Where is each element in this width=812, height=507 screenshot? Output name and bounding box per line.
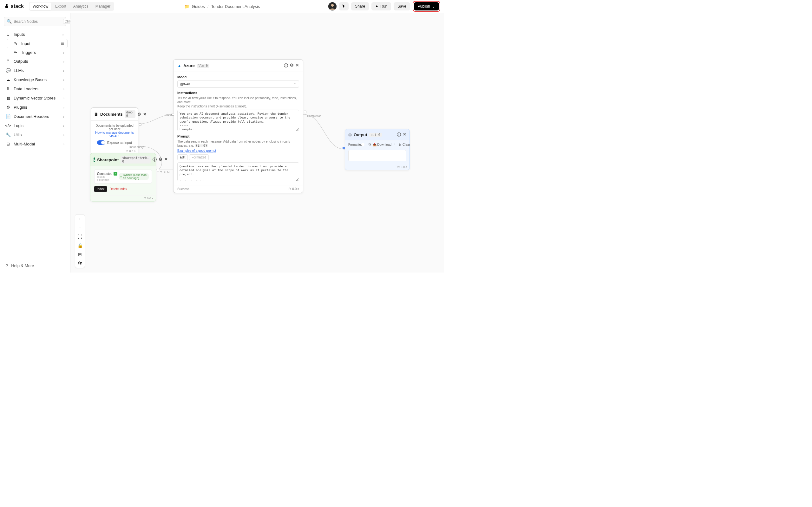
map-button[interactable]: 🗺: [75, 259, 85, 268]
node-title: Azure: [183, 63, 195, 68]
gear-icon[interactable]: ⚙: [290, 63, 294, 68]
close-icon[interactable]: ✕: [403, 132, 406, 137]
prompt-label: Prompt: [177, 134, 299, 138]
prompt-help: The data sent in each message. Add data …: [177, 139, 299, 148]
run-button[interactable]: Run: [371, 2, 391, 10]
port-dot[interactable]: [157, 169, 159, 171]
sidebar-logic[interactable]: </>Logic›: [3, 121, 67, 130]
port-dot[interactable]: [139, 123, 142, 126]
search-input[interactable]: [14, 19, 61, 24]
sidebar-inputs[interactable]: ⤓Inputs⌄: [3, 30, 67, 39]
sidebar-dvs[interactable]: ▦Dynamic Vector Stores›: [3, 94, 67, 103]
cursor-tool-button[interactable]: [339, 2, 349, 10]
copy-icon[interactable]: ⧉: [368, 143, 371, 147]
document-icon: 📄: [6, 114, 10, 119]
breadcrumb-page[interactable]: Tender Document Analysis: [211, 4, 260, 9]
search-box[interactable]: 🔍 CtrlK: [4, 17, 66, 26]
sidebar-utils[interactable]: 🔧Utils›: [3, 130, 67, 139]
node-desc: Documents to be uploaded per user: [95, 124, 134, 131]
sidebar-outputs[interactable]: ⤒Outputs›: [3, 57, 67, 66]
output-node[interactable]: ⊕ Output out-0 ⓘ ✕ Formatted ⧉ 📥 Downloa…: [345, 129, 410, 170]
zoom-out-button[interactable]: −: [75, 223, 85, 232]
sidebar-docreaders[interactable]: 📄Document Readers›: [3, 112, 67, 121]
code-icon: </>: [6, 123, 10, 128]
port-label: Input: [165, 113, 172, 116]
help-link[interactable]: ? Help & More: [0, 259, 70, 273]
user-avatar[interactable]: [328, 2, 337, 10]
expose-toggle[interactable]: [97, 140, 105, 145]
fit-button[interactable]: ⛶: [75, 232, 85, 241]
share-button[interactable]: Share: [351, 2, 369, 10]
clear-button[interactable]: 🗑 Clear: [398, 143, 410, 147]
breadcrumb-folder[interactable]: Guides: [192, 4, 205, 9]
check-icon: ✓: [113, 172, 117, 176]
port-dot[interactable]: [343, 147, 345, 149]
download-button[interactable]: 📥 Download: [373, 143, 392, 147]
index-button[interactable]: Index: [94, 186, 107, 192]
node-time: ⏱ 0.0 s: [288, 187, 299, 191]
model-select[interactable]: gpt-4o: [177, 80, 299, 88]
save-button[interactable]: Save: [394, 2, 410, 10]
sync-badge: Synced (Less than an hour ago): [119, 173, 149, 180]
instructions-textarea[interactable]: You are an AI document analysis assistan…: [177, 110, 299, 131]
doc-api-link[interactable]: How to manage documents via API: [95, 131, 134, 138]
node-time: ⏱ 0.0 s: [125, 150, 136, 153]
app-name: stack: [11, 3, 24, 9]
tab-workflow[interactable]: Workflow: [30, 3, 51, 10]
chevron-down-icon: ⌄: [61, 32, 64, 37]
port-label: To LLM: [160, 171, 170, 174]
sidebar-kb[interactable]: ☁Knowledge Bases›: [3, 75, 67, 84]
publish-button[interactable]: Publish ⌄: [414, 2, 439, 10]
prompt-tab-formatted[interactable]: Formatted: [189, 154, 209, 160]
info-icon[interactable]: ⓘ: [284, 63, 288, 68]
cloud-icon: ☁: [6, 77, 10, 82]
play-icon: [375, 5, 378, 8]
sidebar-dataloaders[interactable]: 🗎Data Loaders›: [3, 84, 67, 94]
breadcrumb-sep: /: [207, 4, 209, 9]
port-dot[interactable]: [304, 111, 306, 113]
app-logo[interactable]: stack: [4, 3, 24, 9]
delete-index-button[interactable]: Delete index: [109, 187, 127, 191]
sidebar-input[interactable]: ✎Input☰: [7, 39, 67, 48]
node-time: ⏱ 0.0 s: [143, 197, 153, 200]
tab-manager[interactable]: Manager: [92, 3, 113, 10]
close-icon[interactable]: ✕: [296, 63, 299, 68]
tab-analytics[interactable]: Analytics: [70, 3, 92, 10]
sharepoint-node[interactable]: S Sharepoint sharepointemb-0 ⓘ ⚙ ✕ Conne…: [90, 153, 156, 202]
more-icon[interactable]: ⋮: [393, 143, 397, 147]
workflow-canvas[interactable]: 🗎 Documents doc-0 ⚙ ✕ Documents to be up…: [70, 13, 444, 273]
node-tag: llm-0: [197, 64, 209, 68]
grid-button[interactable]: ⊞: [75, 250, 85, 259]
pencil-icon: ✎: [13, 41, 18, 46]
azure-node[interactable]: ▲ Azure llm-0 ⓘ ⚙ ✕ Model gpt-4o Instruc…: [173, 59, 303, 193]
prompt-examples-link[interactable]: Examples of a good prompt: [177, 149, 299, 153]
prompt-textarea[interactable]: Question: review the uploaded tender doc…: [177, 162, 299, 181]
file-icon: 🗎: [94, 112, 98, 117]
grid-icon: ▦: [6, 96, 10, 101]
folder-icon: 📁: [184, 4, 189, 9]
info-icon[interactable]: ⓘ: [397, 132, 401, 137]
close-icon[interactable]: ✕: [143, 112, 147, 117]
gear-icon[interactable]: ⚙: [137, 112, 141, 117]
tab-export[interactable]: Export: [52, 3, 69, 10]
node-title: Documents: [100, 112, 123, 117]
gear-icon[interactable]: ⚙: [159, 157, 162, 163]
menu-icon: ☰: [61, 42, 64, 46]
cursor-icon: [342, 4, 346, 9]
node-tag: doc-0: [125, 110, 136, 118]
port-dot[interactable]: [171, 113, 174, 116]
sidebar-multimodal[interactable]: ⊞Multi-Modal›: [3, 139, 67, 149]
sidebar-llms[interactable]: 💬LLMs›: [3, 66, 67, 75]
instructions-label: Instructions: [177, 91, 299, 95]
view-tabs: Workflow Export Analytics Manager: [29, 2, 114, 11]
zoom-in-button[interactable]: +: [75, 215, 85, 223]
close-icon[interactable]: ✕: [164, 157, 168, 163]
sharepoint-icon: S: [94, 158, 95, 162]
lock-button[interactable]: 🔒: [75, 241, 85, 250]
info-icon[interactable]: ⓘ: [153, 157, 157, 163]
publish-highlight: Publish ⌄: [413, 1, 440, 12]
zoom-controls: + − ⛶ 🔒 ⊞ 🗺: [75, 214, 85, 268]
sidebar-triggers[interactable]: ⥱Triggers›: [7, 48, 67, 57]
prompt-tab-edit[interactable]: Edit: [177, 154, 188, 160]
sidebar-plugins[interactable]: ⚙Plugins›: [3, 103, 67, 112]
